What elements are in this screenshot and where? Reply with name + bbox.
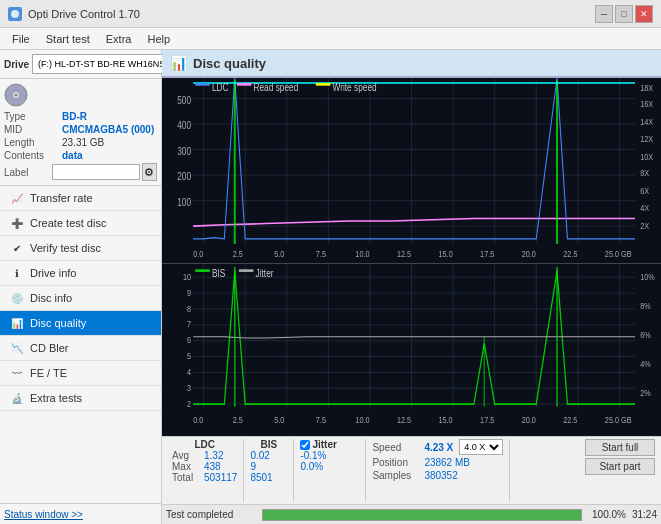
- position-row: Position 23862 MB: [372, 457, 503, 468]
- titlebar-controls: ─ □ ✕: [595, 5, 653, 23]
- sidebar-item-extra-tests[interactable]: 🔬 Extra tests: [0, 386, 161, 411]
- stats-jitter-max-row: 0.0%: [300, 461, 359, 472]
- disc-mid-row: MID CMCMAGBA5 (000): [4, 124, 157, 135]
- bis-max-val: 9: [250, 461, 256, 472]
- maximize-button[interactable]: □: [615, 5, 633, 23]
- sidebar-item-disc-quality[interactable]: 📊 Disc quality: [0, 311, 161, 336]
- sidebar: Drive (F:) HL-DT-ST BD-RE WH16NS58 TST4 …: [0, 50, 162, 524]
- menu-extra[interactable]: Extra: [98, 31, 140, 47]
- content-area: 📊 Disc quality: [162, 50, 661, 524]
- disc-info-label: Disc info: [30, 292, 72, 304]
- svg-text:8: 8: [187, 303, 191, 314]
- disc-label-btn[interactable]: ⚙: [142, 163, 157, 181]
- menu-start-test[interactable]: Start test: [38, 31, 98, 47]
- menu-help[interactable]: Help: [139, 31, 178, 47]
- svg-point-0: [11, 10, 19, 18]
- verify-test-disc-icon: ✔: [10, 241, 24, 255]
- sidebar-item-verify-test-disc[interactable]: ✔ Verify test disc: [0, 236, 161, 261]
- speed-row: Speed 4.23 X 4.0 X: [372, 439, 503, 455]
- disc-length-key: Length: [4, 137, 62, 148]
- svg-text:12.5: 12.5: [397, 414, 411, 425]
- disc-label-input[interactable]: [52, 164, 140, 180]
- svg-text:Read speed: Read speed: [253, 82, 298, 93]
- drive-selector-row: Drive (F:) HL-DT-ST BD-RE WH16NS58 TST4 …: [0, 50, 161, 79]
- svg-rect-51: [237, 83, 252, 86]
- svg-text:10%: 10%: [640, 271, 655, 282]
- svg-text:6X: 6X: [640, 187, 649, 197]
- sidebar-item-create-test-disc[interactable]: ➕ Create test disc: [0, 211, 161, 236]
- verify-test-disc-label: Verify test disc: [30, 242, 101, 254]
- bis-avg-val: 0.02: [250, 450, 269, 461]
- disc-icon: [4, 83, 28, 107]
- main-area: Drive (F:) HL-DT-ST BD-RE WH16NS58 TST4 …: [0, 50, 661, 524]
- sidebar-item-disc-info[interactable]: 💿 Disc info: [0, 286, 161, 311]
- sidebar-item-drive-info[interactable]: ℹ Drive info: [0, 261, 161, 286]
- svg-text:4X: 4X: [640, 203, 649, 213]
- svg-rect-53: [316, 83, 331, 86]
- svg-text:22.5: 22.5: [563, 249, 578, 259]
- svg-text:10.0: 10.0: [355, 414, 369, 425]
- menu-file[interactable]: File: [4, 31, 38, 47]
- stats-bis-header: BIS: [250, 439, 287, 450]
- svg-text:7: 7: [187, 319, 191, 330]
- disc-contents-row: Contents data: [4, 150, 157, 161]
- speed-stat-val: 4.23 X: [424, 442, 453, 453]
- jitter-avg-val: -0.1%: [300, 450, 326, 461]
- nav-items: 📈 Transfer rate ➕ Create test disc ✔ Ver…: [0, 186, 161, 503]
- jitter-label: Jitter: [312, 439, 336, 450]
- svg-text:Write speed: Write speed: [332, 82, 376, 93]
- disc-type-val: BD-R: [62, 111, 87, 122]
- close-button[interactable]: ✕: [635, 5, 653, 23]
- app-title: Opti Drive Control 1.70: [28, 8, 595, 20]
- chart-bottom-svg: 10 9 8 7 6 5 4 3 2 10% 8% 6% 4%: [162, 264, 661, 436]
- content-header-icon: 📊: [170, 55, 187, 71]
- charts-area: 500 400 300 200 100 18X 16X 14X 12X 10X …: [162, 78, 661, 436]
- sidebar-item-transfer-rate[interactable]: 📈 Transfer rate: [0, 186, 161, 211]
- cd-bler-label: CD Bler: [30, 342, 69, 354]
- status-window-btn[interactable]: Status window >>: [4, 509, 83, 520]
- sidebar-item-fe-te[interactable]: 〰 FE / TE: [0, 361, 161, 386]
- svg-text:25.0 GB: 25.0 GB: [605, 414, 632, 425]
- svg-text:LDC: LDC: [212, 82, 229, 93]
- max-label: Max: [172, 461, 202, 472]
- speed-stat-select[interactable]: 4.0 X: [459, 439, 503, 455]
- disc-contents-key: Contents: [4, 150, 62, 161]
- svg-text:12.5: 12.5: [397, 249, 412, 259]
- svg-point-3: [15, 94, 18, 97]
- sidebar-item-cd-bler[interactable]: 📉 CD Bler: [0, 336, 161, 361]
- jitter-checkbox[interactable]: [300, 440, 310, 450]
- disc-label-row: Label ⚙: [4, 163, 157, 181]
- svg-text:10.0: 10.0: [355, 249, 370, 259]
- progress-bar-row: Test completed 100.0% 31:24: [162, 504, 661, 524]
- svg-rect-49: [195, 83, 210, 86]
- progress-bar-inner: [263, 510, 581, 520]
- svg-text:5.0: 5.0: [274, 414, 284, 425]
- svg-text:0.0: 0.0: [193, 249, 204, 259]
- start-part-button[interactable]: Start part: [585, 458, 655, 475]
- svg-text:22.5: 22.5: [563, 414, 577, 425]
- titlebar: Opti Drive Control 1.70 ─ □ ✕: [0, 0, 661, 28]
- stats-col-ldc: LDC Avg 1.32 Max 438 Total 503117: [166, 439, 244, 502]
- svg-text:9: 9: [187, 287, 191, 298]
- avg-label: Avg: [172, 450, 202, 461]
- svg-text:2%: 2%: [640, 387, 651, 398]
- speed-stat-label: Speed: [372, 442, 422, 453]
- start-full-button[interactable]: Start full: [585, 439, 655, 456]
- svg-text:5.0: 5.0: [274, 249, 285, 259]
- disc-label-key: Label: [4, 167, 52, 178]
- svg-text:300: 300: [177, 146, 191, 157]
- stats-ldc-total-row: Total 503117: [172, 472, 237, 483]
- chart-bottom: 10 9 8 7 6 5 4 3 2 10% 8% 6% 4%: [162, 264, 661, 436]
- stats-jitter-avg-row: -0.1%: [300, 450, 359, 461]
- app-icon: [8, 7, 22, 21]
- extra-tests-label: Extra tests: [30, 392, 82, 404]
- position-label: Position: [372, 457, 422, 468]
- content-header: 📊 Disc quality: [162, 50, 661, 78]
- disc-panel: Type Type BD-R MID CMCMAGBA5 (000) Lengt…: [0, 79, 161, 186]
- drive-info-icon: ℹ: [10, 266, 24, 280]
- jitter-check-row: Jitter: [300, 439, 359, 450]
- fe-te-icon: 〰: [10, 366, 24, 380]
- svg-text:5: 5: [187, 350, 191, 361]
- minimize-button[interactable]: ─: [595, 5, 613, 23]
- position-val: 23862 MB: [424, 457, 470, 468]
